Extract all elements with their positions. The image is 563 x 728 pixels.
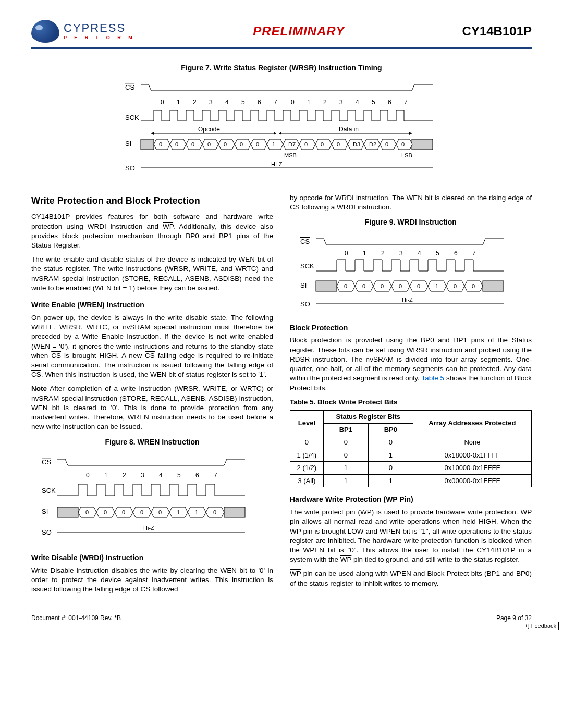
- svg-text:0: 0: [337, 141, 340, 147]
- subheading: Block Protection: [290, 323, 532, 333]
- wp-overline: WP: [520, 508, 532, 516]
- figure7-diagram: CS 0123456701234567 SCK Opcode Data in S…: [120, 79, 443, 180]
- svg-text:6: 6: [388, 98, 391, 106]
- datain-label: Data in: [339, 126, 359, 133]
- cs-overline: CS: [31, 371, 41, 378]
- svg-text:4: 4: [159, 472, 163, 479]
- svg-text:5: 5: [241, 98, 245, 106]
- svg-rect-18: [141, 139, 154, 150]
- two-column-body: Write Protection and Block Protection CY…: [31, 193, 532, 599]
- svg-text:0: 0: [401, 141, 405, 147]
- si-label: SI: [300, 281, 307, 289]
- wp-overline: WP: [386, 495, 397, 503]
- svg-text:0: 0: [122, 509, 125, 515]
- svg-rect-64: [316, 281, 337, 291]
- table5-caption: Table 5. Block Write Protect Bits: [290, 398, 532, 407]
- table5-link[interactable]: Table 5: [421, 374, 444, 382]
- para: Write Disable instruction disables the w…: [31, 566, 273, 595]
- si-label: SI: [125, 140, 131, 147]
- svg-text:0: 0: [344, 283, 347, 289]
- svg-text:5: 5: [436, 250, 439, 257]
- svg-text:1: 1: [435, 283, 438, 289]
- cell: 0x10000-0x1FFFF: [413, 462, 531, 475]
- cs-label: CS: [42, 458, 51, 466]
- so-label: SO: [42, 528, 52, 536]
- cell: 0: [323, 449, 368, 462]
- text: ) is used to provide hardware write prot…: [372, 508, 521, 516]
- svg-text:7: 7: [404, 98, 408, 106]
- text: Pin): [397, 495, 413, 503]
- page-number: Page 9 of 32: [496, 614, 532, 622]
- svg-rect-65: [483, 281, 504, 291]
- svg-text:7: 7: [472, 250, 476, 257]
- figure9-caption: Figure 9. WRDI Instruction: [290, 217, 532, 227]
- cell: None: [413, 436, 531, 449]
- sck-label: SCK: [42, 487, 56, 495]
- svg-text:1: 1: [363, 250, 366, 257]
- hiz-label: Hi-Z: [402, 297, 413, 303]
- opcode-label: Opcode: [198, 126, 220, 133]
- wp-overline: WP: [163, 223, 173, 230]
- svg-text:D3: D3: [353, 141, 360, 147]
- cell: 0: [368, 462, 413, 475]
- cs-overline: CS: [145, 352, 155, 360]
- para: WP pin can be used along with WPEN and B…: [290, 569, 532, 588]
- wp-overline: WP: [340, 556, 352, 563]
- note-label: Note: [31, 385, 47, 392]
- svg-text:3: 3: [339, 98, 343, 106]
- para: by opcode for WRDI instruction. The WEN …: [290, 193, 532, 212]
- th-srb: Status Register Bits: [323, 410, 413, 423]
- text: is brought HIGH. A new: [61, 352, 145, 360]
- svg-text:0: 0: [191, 141, 194, 147]
- svg-text:0: 0: [240, 141, 243, 147]
- cs-label: CS: [125, 83, 134, 91]
- cell: 0: [290, 436, 324, 449]
- svg-text:1: 1: [177, 98, 180, 106]
- wren-timing-svg: CS 01234567 SCK SI 00000110 SO Hi-Z: [31, 454, 255, 542]
- para: Note After completion of a write instruc…: [31, 384, 273, 431]
- globe-icon: [31, 20, 59, 43]
- si-label: SI: [42, 508, 48, 515]
- para: Block protection is provided using the B…: [290, 336, 532, 392]
- company-tagline: P E R F O R M: [64, 35, 136, 40]
- company-name: CYPRESS: [64, 22, 136, 34]
- text: Hardware Write Protection (: [290, 495, 386, 503]
- svg-text:6: 6: [195, 472, 199, 479]
- cell: 1: [323, 462, 368, 475]
- svg-text:0: 0: [213, 509, 216, 515]
- svg-text:0: 0: [158, 509, 162, 515]
- svg-text:1: 1: [272, 141, 275, 147]
- so-label: SO: [125, 164, 135, 172]
- svg-text:2: 2: [193, 98, 197, 106]
- cs-label: CS: [300, 238, 310, 245]
- svg-text:3: 3: [399, 250, 403, 257]
- svg-text:0: 0: [345, 250, 348, 257]
- table-row: 1 (1/4)010x18000-0x1FFFF: [290, 449, 532, 462]
- wp-overline: WP: [290, 570, 301, 577]
- cell: 1: [368, 449, 413, 462]
- th-level: Level: [290, 410, 324, 436]
- wp-overline: WP: [360, 508, 372, 516]
- svg-text:0: 0: [224, 141, 227, 147]
- svg-text:0: 0: [472, 283, 475, 289]
- svg-text:1: 1: [177, 509, 180, 515]
- svg-text:0: 0: [175, 141, 178, 147]
- subheading: Write Enable (WREN) Instruction: [31, 300, 273, 310]
- svg-text:1: 1: [307, 98, 311, 106]
- svg-text:0: 0: [381, 283, 384, 289]
- cs-overline: CS: [290, 203, 300, 211]
- svg-text:0: 0: [362, 283, 365, 289]
- feedback-button[interactable]: +] Feedback: [522, 622, 559, 630]
- cell: 0: [368, 436, 413, 449]
- svg-text:0: 0: [321, 141, 324, 147]
- svg-text:6: 6: [454, 250, 458, 257]
- figure8-caption: Figure 8. WREN Instruction: [31, 437, 273, 447]
- footer: Document #: 001-44109 Rev. *B Page 9 of …: [31, 611, 532, 622]
- th-bp0: BP0: [368, 423, 413, 436]
- para: On power up, the device is always in the…: [31, 313, 273, 380]
- cs-overline: CS: [51, 352, 61, 360]
- wp-overline: WP: [290, 527, 301, 535]
- doc-number: Document #: 001-44109 Rev. *B: [31, 614, 121, 622]
- svg-text:2: 2: [323, 98, 327, 106]
- header: CYPRESS P E R F O R M PRELIMINARY CY14B1…: [31, 20, 532, 49]
